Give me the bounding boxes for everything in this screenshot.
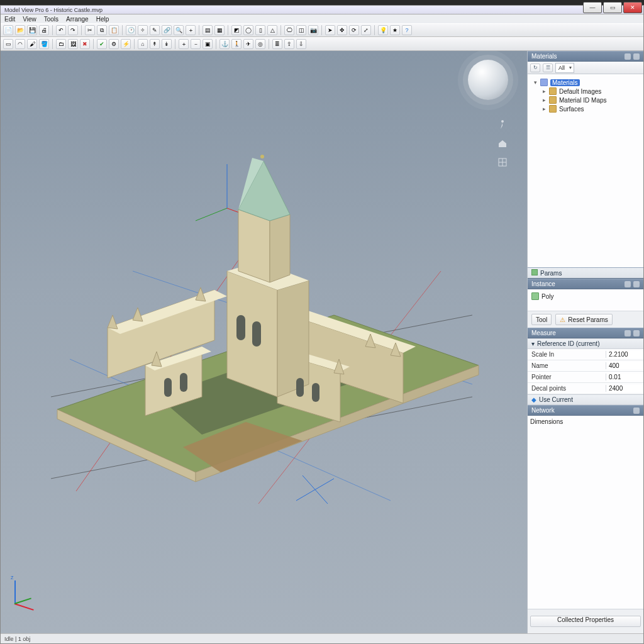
walk-icon[interactable]	[497, 119, 508, 130]
tb-fly-icon[interactable]: ✈	[243, 39, 253, 49]
minimize-button[interactable]: —	[583, 2, 602, 13]
prop-row-pointer[interactable]: Pointer 0.01	[528, 372, 643, 383]
instance-panel-header[interactable]: Instance	[528, 279, 643, 289]
tb-brush-icon[interactable]: 🖌	[27, 39, 37, 49]
panel-gear-icon[interactable]	[625, 53, 631, 60]
tb-layer-icon[interactable]: ▤	[203, 25, 213, 35]
tb-home-icon[interactable]: ⌂	[138, 39, 148, 49]
panel-close-icon[interactable]	[633, 330, 640, 336]
tb-img-icon[interactable]: 🖼	[68, 39, 78, 49]
tb-check-icon[interactable]: ✔	[97, 39, 107, 49]
prop-row-scale[interactable]: Scale In 2.2100	[528, 349, 643, 360]
tb-clock-icon[interactable]: 🕑	[126, 25, 136, 35]
grid-toggle-icon[interactable]	[497, 157, 508, 168]
tb-plus-icon[interactable]: ＋	[186, 25, 196, 35]
tb-pencil-icon[interactable]: ✎	[150, 25, 160, 35]
instance-item[interactable]: Poly	[530, 292, 641, 301]
materials-panel-header[interactable]: Materials	[528, 51, 643, 62]
tb-screen-icon[interactable]: 🖵	[284, 25, 294, 35]
tb-folder-icon[interactable]: 🗀	[56, 39, 66, 49]
tb-gear-icon[interactable]: ⚙	[109, 39, 119, 49]
tb-lasso-icon[interactable]: ◠	[15, 39, 25, 49]
tb-import-icon[interactable]: ⇩	[296, 39, 306, 49]
tb-cube-icon[interactable]: ◩	[231, 25, 242, 35]
menu-view[interactable]: View	[23, 16, 36, 23]
tb-db-icon[interactable]: ≣	[272, 39, 282, 49]
home-icon[interactable]	[497, 138, 508, 149]
tree-root[interactable]: ▾ Materials	[531, 78, 640, 87]
tb-zoomin-icon[interactable]: ＋	[179, 39, 189, 49]
panel-close-icon[interactable]	[633, 281, 640, 287]
tb-print-icon[interactable]: 🖨	[39, 25, 49, 35]
tb-save-icon[interactable]: 💾	[27, 25, 37, 35]
prop-row-name[interactable]: Name 400	[528, 360, 643, 372]
tb-open-icon[interactable]: 📂	[15, 25, 25, 35]
tb-anchor-icon[interactable]: ⚓	[219, 39, 230, 49]
tb-cyl-icon[interactable]: ▯	[255, 25, 265, 35]
tb-cam-icon[interactable]: 📷	[308, 25, 318, 35]
tb-star-icon[interactable]: ★	[390, 25, 400, 35]
tb-redo-icon[interactable]: ↷	[68, 25, 78, 35]
panel-gear-icon[interactable]	[625, 330, 631, 336]
menu-help[interactable]: Help	[96, 16, 109, 23]
tb-scale-icon[interactable]: ⤢	[361, 25, 371, 35]
measure-section[interactable]: ▾Reference ID (current)	[528, 338, 643, 349]
tb-move-icon[interactable]: ✥	[337, 25, 347, 35]
close-button[interactable]: ✕	[623, 2, 642, 13]
tb-grid-icon[interactable]: ▦	[214, 25, 225, 35]
menu-tools[interactable]: Tools	[44, 16, 58, 23]
prop-value[interactable]: 400	[606, 362, 643, 369]
tb-zoomout-icon[interactable]: －	[191, 39, 201, 49]
tb-link-icon[interactable]: 🔗	[162, 25, 172, 35]
tool-button[interactable]: Tool	[531, 314, 552, 325]
tb-paste-icon[interactable]: 📋	[109, 25, 119, 35]
tb-arrowdn-icon[interactable]: ↡	[162, 39, 172, 49]
tb-arrow-icon[interactable]: ➤	[325, 25, 335, 35]
tb-rotate-icon[interactable]: ⟳	[349, 25, 359, 35]
tb-new-icon[interactable]: 📄	[3, 25, 13, 35]
tb-delete-icon[interactable]: ✖	[80, 39, 90, 49]
refresh-icon[interactable]: ↻	[530, 64, 540, 72]
prop-value[interactable]: 2400	[606, 385, 643, 392]
tree-item-idmaps[interactable]: ▸ Material ID Maps	[540, 96, 640, 104]
tree-item-surfaces[interactable]: ▸ Surfaces	[540, 104, 640, 113]
measure-action[interactable]: ◆ Use Current	[528, 394, 643, 405]
3d-viewport[interactable]: z	[1, 51, 527, 633]
prop-row-decal[interactable]: Decal points 2400	[528, 383, 643, 394]
materials-filter-dropdown[interactable]: All	[555, 63, 574, 73]
tb-wand-icon[interactable]: ✧	[138, 25, 148, 35]
tb-undo-icon[interactable]: ↶	[56, 25, 66, 35]
tree-item-images[interactable]: ▸ Default Images	[540, 87, 640, 96]
panel-gear-icon[interactable]	[625, 281, 631, 287]
tb-copy-icon[interactable]: ⧉	[97, 25, 107, 35]
menu-edit[interactable]: Edit	[4, 16, 15, 23]
tb-export-icon[interactable]: ⇪	[284, 39, 294, 49]
tb-bolt-icon[interactable]: ⚡	[121, 39, 131, 49]
tb-zoomfit-icon[interactable]: ▣	[203, 39, 213, 49]
panel-close-icon[interactable]	[633, 53, 640, 60]
tb-light-icon[interactable]: 💡	[378, 25, 388, 35]
tree-icon[interactable]: ☰	[543, 64, 553, 72]
maximize-button[interactable]: ▭	[603, 2, 622, 13]
measure-panel-header[interactable]: Measure	[528, 328, 643, 338]
tb-search-icon[interactable]: 🔍	[174, 25, 184, 35]
tb-orbit-icon[interactable]: ◎	[255, 39, 265, 49]
reset-params-button[interactable]: ⚠Reset Params	[555, 314, 612, 325]
tb-help-icon[interactable]: ?	[402, 25, 412, 35]
tb-walk-icon[interactable]: 🚶	[231, 39, 242, 49]
tb-select-icon[interactable]: ▭	[3, 39, 13, 49]
prop-value[interactable]: 0.01	[606, 374, 643, 380]
prop-value[interactable]: 2.2100	[606, 351, 643, 358]
tb-arrowup-icon[interactable]: ↟	[150, 39, 160, 49]
panel-close-icon[interactable]	[633, 408, 640, 414]
tb-cut-icon[interactable]: ✂	[85, 25, 95, 35]
axis-gizmo[interactable]: z	[9, 577, 43, 611]
network-panel-header[interactable]: Network	[528, 405, 643, 416]
collected-properties-button[interactable]: Collected Properties	[530, 616, 641, 627]
tb-bucket-icon[interactable]: 🪣	[39, 39, 49, 49]
viewcube[interactable]	[468, 60, 508, 100]
tb-sphere-icon[interactable]: ◯	[243, 25, 253, 35]
params-panel-header[interactable]: Params	[528, 267, 643, 279]
menu-arrange[interactable]: Arrange	[66, 16, 89, 23]
tb-window-icon[interactable]: ◫	[296, 25, 306, 35]
